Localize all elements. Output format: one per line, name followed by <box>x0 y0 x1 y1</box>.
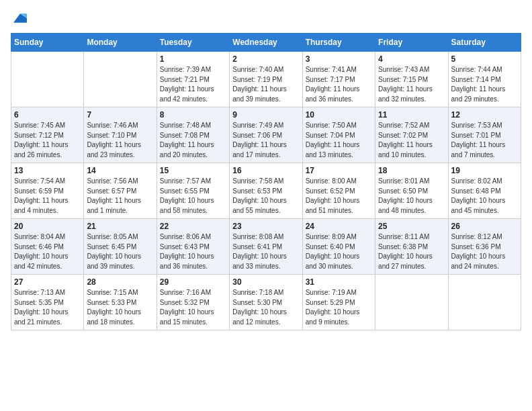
day-number: 14 <box>87 166 153 175</box>
calendar-cell: 27Sunrise: 7:13 AM Sunset: 5:35 PM Dayli… <box>11 275 84 330</box>
day-number: 15 <box>160 166 226 175</box>
calendar-cell: 28Sunrise: 7:15 AM Sunset: 5:33 PM Dayli… <box>84 275 157 330</box>
day-number: 12 <box>451 110 518 120</box>
day-info: Sunrise: 7:49 AM Sunset: 7:06 PM Dayligh… <box>232 121 299 160</box>
day-header-wednesday: Wednesday <box>230 34 302 52</box>
day-number: 24 <box>306 222 372 231</box>
calendar-cell: 1Sunrise: 7:39 AM Sunset: 7:21 PM Daylig… <box>157 52 229 107</box>
calendar-week-row: 27Sunrise: 7:13 AM Sunset: 5:35 PM Dayli… <box>11 275 521 330</box>
day-info: Sunrise: 7:13 AM Sunset: 5:35 PM Dayligh… <box>14 288 81 327</box>
day-info: Sunrise: 7:40 AM Sunset: 7:19 PM Dayligh… <box>232 65 299 104</box>
calendar-cell: 20Sunrise: 8:04 AM Sunset: 6:46 PM Dayli… <box>11 219 84 275</box>
day-info: Sunrise: 7:56 AM Sunset: 6:57 PM Dayligh… <box>87 177 153 216</box>
day-number: 19 <box>451 166 518 175</box>
day-number: 2 <box>232 54 299 64</box>
day-info: Sunrise: 7:45 AM Sunset: 7:12 PM Dayligh… <box>14 121 81 160</box>
calendar-cell: 29Sunrise: 7:16 AM Sunset: 5:32 PM Dayli… <box>157 275 229 330</box>
calendar-cell: 17Sunrise: 8:00 AM Sunset: 6:52 PM Dayli… <box>302 163 375 219</box>
calendar-cell: 30Sunrise: 7:18 AM Sunset: 5:30 PM Dayli… <box>230 275 302 330</box>
day-info: Sunrise: 7:19 AM Sunset: 5:29 PM Dayligh… <box>306 288 372 327</box>
calendar-cell: 8Sunrise: 7:48 AM Sunset: 7:08 PM Daylig… <box>157 107 229 163</box>
calendar-cell: 22Sunrise: 8:06 AM Sunset: 6:43 PM Dayli… <box>157 219 229 275</box>
calendar-cell: 19Sunrise: 8:02 AM Sunset: 6:48 PM Dayli… <box>448 163 521 219</box>
day-number: 7 <box>87 110 153 120</box>
day-info: Sunrise: 7:39 AM Sunset: 7:21 PM Dayligh… <box>160 65 226 104</box>
day-info: Sunrise: 8:12 AM Sunset: 6:36 PM Dayligh… <box>451 232 518 271</box>
calendar-cell: 12Sunrise: 7:53 AM Sunset: 7:01 PM Dayli… <box>448 107 521 163</box>
day-number: 23 <box>232 222 299 231</box>
day-info: Sunrise: 8:08 AM Sunset: 6:41 PM Dayligh… <box>232 232 299 271</box>
calendar-cell: 15Sunrise: 7:57 AM Sunset: 6:55 PM Dayli… <box>157 163 229 219</box>
day-info: Sunrise: 7:43 AM Sunset: 7:15 PM Dayligh… <box>378 65 445 104</box>
day-number: 13 <box>14 166 81 175</box>
day-info: Sunrise: 8:04 AM Sunset: 6:46 PM Dayligh… <box>14 232 81 271</box>
day-info: Sunrise: 7:54 AM Sunset: 6:59 PM Dayligh… <box>14 177 81 216</box>
calendar-cell: 9Sunrise: 7:49 AM Sunset: 7:06 PM Daylig… <box>230 107 302 163</box>
day-number: 11 <box>378 110 445 120</box>
logo-icon <box>11 11 30 25</box>
day-info: Sunrise: 8:11 AM Sunset: 6:38 PM Dayligh… <box>378 232 445 271</box>
day-info: Sunrise: 7:48 AM Sunset: 7:08 PM Dayligh… <box>160 121 226 160</box>
day-number: 10 <box>306 110 372 120</box>
day-info: Sunrise: 7:41 AM Sunset: 7:17 PM Dayligh… <box>306 65 372 104</box>
day-number: 28 <box>87 277 153 287</box>
day-info: Sunrise: 8:05 AM Sunset: 6:45 PM Dayligh… <box>87 232 153 271</box>
calendar-cell <box>375 275 448 330</box>
day-info: Sunrise: 7:52 AM Sunset: 7:02 PM Dayligh… <box>378 121 445 160</box>
day-number: 21 <box>87 222 153 231</box>
calendar-cell: 26Sunrise: 8:12 AM Sunset: 6:36 PM Dayli… <box>448 219 521 275</box>
calendar-cell: 14Sunrise: 7:56 AM Sunset: 6:57 PM Dayli… <box>84 163 157 219</box>
day-number: 20 <box>14 222 81 231</box>
calendar-cell: 23Sunrise: 8:08 AM Sunset: 6:41 PM Dayli… <box>230 219 302 275</box>
day-info: Sunrise: 7:16 AM Sunset: 5:32 PM Dayligh… <box>160 288 226 327</box>
calendar-cell: 5Sunrise: 7:44 AM Sunset: 7:14 PM Daylig… <box>448 52 521 107</box>
day-number: 31 <box>306 277 372 287</box>
calendar-cell: 18Sunrise: 8:01 AM Sunset: 6:50 PM Dayli… <box>375 163 448 219</box>
day-info: Sunrise: 7:46 AM Sunset: 7:10 PM Dayligh… <box>87 121 153 160</box>
calendar-week-row: 6Sunrise: 7:45 AM Sunset: 7:12 PM Daylig… <box>11 107 521 163</box>
day-number: 17 <box>306 166 372 175</box>
calendar-cell: 21Sunrise: 8:05 AM Sunset: 6:45 PM Dayli… <box>84 219 157 275</box>
calendar-cell: 7Sunrise: 7:46 AM Sunset: 7:10 PM Daylig… <box>84 107 157 163</box>
day-info: Sunrise: 7:58 AM Sunset: 6:53 PM Dayligh… <box>232 177 299 216</box>
day-info: Sunrise: 8:02 AM Sunset: 6:48 PM Dayligh… <box>451 177 518 216</box>
day-info: Sunrise: 7:50 AM Sunset: 7:04 PM Dayligh… <box>306 121 372 160</box>
calendar-cell: 6Sunrise: 7:45 AM Sunset: 7:12 PM Daylig… <box>11 107 84 163</box>
day-number: 25 <box>378 222 445 231</box>
calendar-week-row: 13Sunrise: 7:54 AM Sunset: 6:59 PM Dayli… <box>11 163 521 219</box>
day-header-sunday: Sunday <box>11 34 84 52</box>
day-header-tuesday: Tuesday <box>157 34 229 52</box>
day-info: Sunrise: 8:01 AM Sunset: 6:50 PM Dayligh… <box>378 177 445 216</box>
calendar-cell: 2Sunrise: 7:40 AM Sunset: 7:19 PM Daylig… <box>230 52 302 107</box>
calendar-cell: 10Sunrise: 7:50 AM Sunset: 7:04 PM Dayli… <box>302 107 375 163</box>
day-header-monday: Monday <box>84 34 157 52</box>
day-number: 8 <box>160 110 226 120</box>
day-number: 4 <box>378 54 445 64</box>
day-header-saturday: Saturday <box>448 34 521 52</box>
day-header-thursday: Thursday <box>302 34 375 52</box>
day-info: Sunrise: 7:15 AM Sunset: 5:33 PM Dayligh… <box>87 288 153 327</box>
day-info: Sunrise: 7:57 AM Sunset: 6:55 PM Dayligh… <box>160 177 226 216</box>
day-number: 16 <box>232 166 299 175</box>
calendar-cell: 16Sunrise: 7:58 AM Sunset: 6:53 PM Dayli… <box>230 163 302 219</box>
calendar-header-row: SundayMondayTuesdayWednesdayThursdayFrid… <box>11 34 521 52</box>
calendar-cell: 3Sunrise: 7:41 AM Sunset: 7:17 PM Daylig… <box>302 52 375 107</box>
calendar-cell <box>11 52 84 107</box>
calendar-cell <box>84 52 157 107</box>
day-number: 30 <box>232 277 299 287</box>
page-header <box>11 11 521 25</box>
day-number: 9 <box>232 110 299 120</box>
day-header-friday: Friday <box>375 34 448 52</box>
day-number: 1 <box>160 54 226 64</box>
day-number: 6 <box>14 110 81 120</box>
day-number: 3 <box>306 54 372 64</box>
calendar-week-row: 20Sunrise: 8:04 AM Sunset: 6:46 PM Dayli… <box>11 219 521 275</box>
day-number: 26 <box>451 222 518 231</box>
day-number: 27 <box>14 277 81 287</box>
calendar-cell: 11Sunrise: 7:52 AM Sunset: 7:02 PM Dayli… <box>375 107 448 163</box>
day-number: 22 <box>160 222 226 231</box>
calendar-cell: 31Sunrise: 7:19 AM Sunset: 5:29 PM Dayli… <box>302 275 375 330</box>
day-info: Sunrise: 7:18 AM Sunset: 5:30 PM Dayligh… <box>232 288 299 327</box>
day-info: Sunrise: 8:00 AM Sunset: 6:52 PM Dayligh… <box>306 177 372 216</box>
day-info: Sunrise: 7:53 AM Sunset: 7:01 PM Dayligh… <box>451 121 518 160</box>
